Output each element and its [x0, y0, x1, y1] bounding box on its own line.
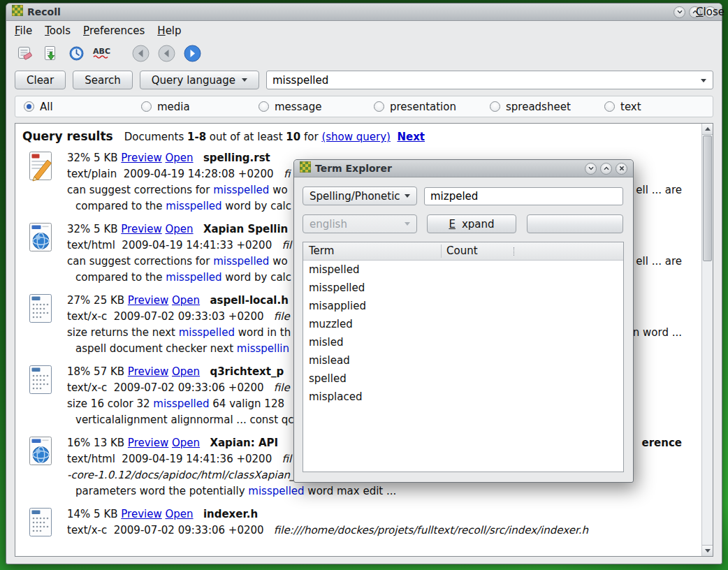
filter-radio-text[interactable]: text: [604, 96, 641, 117]
file-path: file: [274, 310, 290, 323]
text-segment: 18% 57 KB: [67, 365, 128, 378]
preview-link[interactable]: Preview: [121, 508, 161, 520]
filter-label: text: [620, 101, 641, 113]
file-path: file: [274, 381, 290, 394]
open-link[interactable]: Open: [166, 508, 194, 520]
text-segment: for: [300, 131, 321, 143]
term-cell: mislead: [303, 354, 441, 367]
text-segment: compared to the: [75, 271, 166, 284]
clear-button[interactable]: Clear: [15, 71, 66, 89]
filter-radio-spreadsheet[interactable]: spreadsheet: [490, 96, 571, 117]
minimize-button[interactable]: [585, 163, 597, 175]
text-segment: text/x-c 2009-07-02 09:33:06 +0200: [67, 381, 274, 394]
language-dropdown[interactable]: english: [303, 214, 417, 233]
results-summary: Documents 1-8 out of at least 10 for (sh…: [124, 131, 425, 143]
next-page-link[interactable]: Next: [397, 131, 425, 143]
next-page-button[interactable]: [182, 43, 202, 63]
previous-page-button[interactable]: [156, 43, 176, 63]
scroll-down-button[interactable]: [702, 545, 713, 556]
column-separator: [441, 244, 442, 258]
term-row[interactable]: misled: [303, 333, 623, 351]
results-header: Query results Documents 1-8 out of at le…: [20, 128, 701, 150]
column-grip-icon[interactable]: [514, 247, 514, 256]
close-button[interactable]: [616, 163, 627, 175]
term-explorer-button[interactable]: ABC: [92, 43, 112, 63]
maximize-button[interactable]: [600, 163, 612, 175]
filter-radio-all[interactable]: All: [24, 96, 53, 117]
term-row[interactable]: spelled: [303, 370, 623, 388]
highlight-term: misspelled: [179, 326, 235, 339]
preview-link[interactable]: Preview: [121, 152, 161, 164]
close-icon: [618, 165, 625, 172]
term-explorer-icon: ABC: [92, 45, 112, 62]
term-row[interactable]: mispelled: [303, 261, 623, 279]
term-row[interactable]: misplaced: [303, 388, 623, 406]
open-link[interactable]: Open: [172, 365, 200, 378]
query-history-button[interactable]: [66, 43, 86, 63]
term-row[interactable]: muzzled: [303, 315, 623, 333]
menu-help[interactable]: Help: [157, 24, 181, 37]
highlight-term: misspelled: [166, 271, 221, 284]
filter-radio-message[interactable]: message: [259, 96, 321, 117]
result-title: Xapian Spellin: [203, 223, 288, 235]
query-results-title: Query results: [22, 129, 113, 143]
menu-preferences[interactable]: Preferences: [83, 24, 145, 37]
menu-tools[interactable]: Tools: [45, 24, 71, 37]
filter-radio-media[interactable]: media: [141, 96, 190, 117]
open-link[interactable]: Open: [166, 152, 194, 164]
window-title: Recoll: [27, 6, 61, 17]
preview-link[interactable]: Preview: [128, 294, 168, 307]
source-code-icon: [20, 364, 67, 428]
highlight-term: misspelled: [166, 200, 221, 212]
column-header-term[interactable]: Term: [309, 244, 334, 257]
filter-radio-presentation[interactable]: presentation: [374, 96, 456, 117]
dialog-titlebar[interactable]: Term Explorer: [294, 160, 633, 177]
chevron-down-icon[interactable]: [701, 79, 706, 82]
term-row[interactable]: misspelled: [303, 279, 623, 297]
minimize-button[interactable]: [674, 6, 685, 18]
open-link[interactable]: Open: [166, 223, 194, 235]
show-query-link[interactable]: (show query): [321, 131, 391, 143]
filter-label: message: [275, 101, 321, 113]
query-history-icon: [68, 45, 85, 62]
column-header-count[interactable]: Count: [446, 244, 478, 257]
filter-label: spreadsheet: [506, 101, 571, 113]
source-code-icon: [20, 293, 67, 357]
close-button[interactable]: Close: [704, 6, 716, 18]
start-query-button[interactable]: [41, 43, 60, 63]
results-scrollbar[interactable]: [701, 124, 713, 556]
expansion-mode-value: Spelling/Phonetic: [310, 190, 400, 203]
search-button[interactable]: Search: [73, 71, 133, 89]
text-segment: [194, 223, 203, 235]
open-link[interactable]: Open: [172, 437, 200, 449]
term-row[interactable]: misapplied: [303, 297, 623, 315]
expand-button[interactable]: Expand: [427, 214, 516, 233]
text-segment: 64 valign 128: [210, 397, 284, 410]
result-title: indexer.h: [203, 508, 258, 520]
term-explorer-input[interactable]: [424, 187, 623, 205]
term-row[interactable]: mislead: [303, 351, 623, 370]
term-explorer-body: Spelling/Phonetic english Expand Term Co…: [294, 177, 633, 482]
open-link[interactable]: Open: [172, 294, 200, 307]
file-path: fil: [282, 239, 292, 251]
scroll-up-button[interactable]: [702, 124, 713, 135]
close-button[interactable]: [527, 214, 623, 233]
previous-page-icon: [157, 44, 176, 63]
preview-link[interactable]: Preview: [128, 365, 168, 378]
scrollbar-thumb[interactable]: [703, 136, 712, 261]
html-document-icon: [20, 435, 67, 499]
preview-link[interactable]: Preview: [128, 437, 168, 449]
clear-search-button[interactable]: [15, 43, 34, 63]
result-title: spelling.rst: [203, 152, 270, 164]
first-page-button[interactable]: [131, 43, 150, 63]
expansion-mode-dropdown[interactable]: Spelling/Phonetic: [303, 187, 417, 205]
term-explorer-dialog: Term Explorer Spelling/Phonetic english …: [293, 159, 634, 483]
window-titlebar[interactable]: Recoll Close: [6, 3, 722, 21]
search-input[interactable]: [272, 74, 694, 87]
text-segment: 14% 5 KB: [67, 508, 121, 520]
preview-link[interactable]: Preview: [121, 223, 161, 235]
menu-file[interactable]: File: [15, 24, 32, 37]
query-language-dropdown[interactable]: Query language: [140, 71, 259, 89]
search-input-combo[interactable]: [266, 71, 713, 89]
text-segment: Documents: [124, 131, 187, 143]
